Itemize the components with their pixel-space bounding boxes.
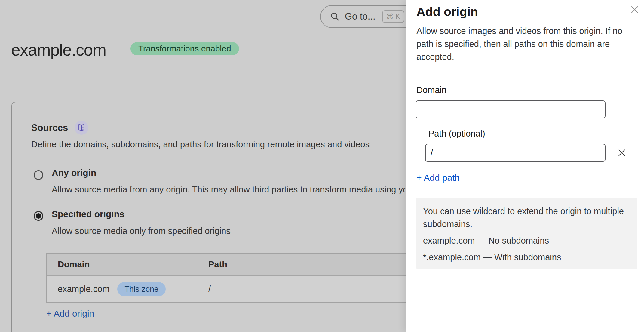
this-zone-badge: This zone — [117, 282, 166, 296]
specified-origins-label[interactable]: Specified origins — [52, 209, 124, 219]
search-placeholder: Go to... — [345, 11, 376, 22]
panel-title: Add origin — [416, 5, 478, 19]
wildcard-info-box: You can use wildcard to extend the origi… — [416, 198, 637, 269]
domain-label: Domain — [416, 85, 446, 95]
keyboard-shortcut-badge: ⌘ K — [382, 10, 405, 23]
info-line-3: *.example.com — With subdomains — [423, 251, 630, 264]
info-line-2: example.com — No subdomains — [423, 234, 630, 247]
any-origin-description: Allow source media from any origin. This… — [52, 185, 439, 195]
radio-any-origin[interactable] — [34, 170, 43, 180]
any-origin-label[interactable]: Any origin — [52, 168, 96, 178]
domain-input[interactable] — [416, 100, 606, 118]
search-icon — [330, 11, 340, 22]
origin-domain: example.com — [58, 284, 109, 294]
add-origin-link[interactable]: + Add origin — [46, 309, 94, 319]
transformations-enabled-badge: Transformations enabled — [130, 42, 239, 55]
sources-heading: Sources — [31, 122, 68, 133]
column-header-domain: Domain — [47, 260, 208, 269]
page-title: example.com — [11, 40, 106, 60]
docs-book-icon[interactable] — [75, 121, 88, 135]
radio-specified-origins[interactable] — [34, 211, 43, 221]
sources-description: Define the domains, subdomains, and path… — [31, 140, 370, 149]
divider — [406, 74, 644, 74]
specified-origins-description: Allow source media only from specified o… — [52, 226, 231, 236]
add-path-link[interactable]: + Add path — [416, 173, 460, 183]
path-label: Path (optional) — [428, 129, 485, 139]
screen: Go to... ⌘ K example.com Transformations… — [0, 0, 644, 332]
remove-path-icon[interactable] — [615, 146, 628, 159]
panel-description: Allow source images and videos from this… — [416, 25, 628, 63]
add-origin-panel: Add origin Allow source images and video… — [406, 0, 644, 332]
path-input[interactable] — [425, 144, 606, 162]
close-icon[interactable] — [628, 3, 641, 16]
info-line-1: You can use wildcard to extend the origi… — [423, 205, 630, 231]
